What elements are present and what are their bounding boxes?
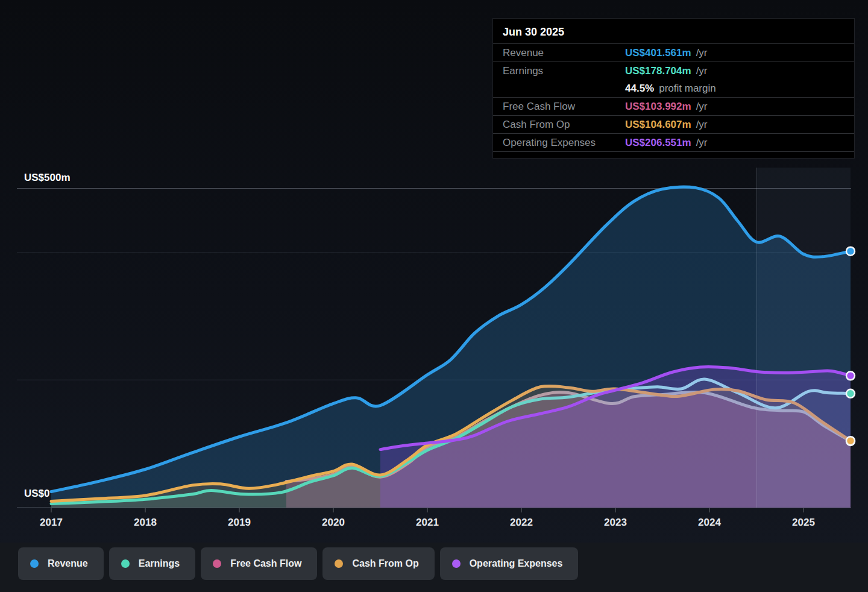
endpoint-marker-earnings [846,389,855,398]
tooltip-row-profit-margin: 44.5% profit margin [493,80,854,97]
tooltip-row-operating-expenses: Operating Expenses US$206.551m /yr [493,133,854,152]
legend-item-free-cash-flow[interactable]: Free Cash Flow [201,547,317,580]
legend-label-cash-from-op: Cash From Op [352,558,418,569]
tooltip-value-opex: US$206.551m [625,137,691,149]
x-tick-label-2020: 2020 [322,517,345,528]
tooltip-value-cashop: US$104.607m [625,119,691,131]
x-tick-label-2022: 2022 [510,517,533,528]
legend-item-cash-from-op[interactable]: Cash From Op [322,547,434,580]
legend-dot-cash-from-op-icon [335,559,343,568]
tooltip-text-margin: profit margin [659,83,715,95]
y-axis-label-zero: US$0 [24,488,50,499]
tooltip-suffix-cashop: /yr [696,119,708,131]
y-axis-label-top: US$500m [24,172,71,183]
page: 201720182019202020212022202320242025US$5… [0,0,868,592]
tooltip-label-earnings: Earnings [503,65,625,77]
tooltip-suffix-opex: /yr [696,137,708,149]
x-tick-label-2023: 2023 [604,517,627,528]
tooltip-value-revenue: US$401.561m [625,47,691,59]
x-tick-label-2019: 2019 [228,517,251,528]
tooltip-date: Jun 30 2025 [493,19,854,43]
tooltip-value-fcf: US$103.992m [625,101,691,113]
tooltip-label-opex: Operating Expenses [503,137,625,149]
chart-tooltip: Jun 30 2025 Revenue US$401.561m /yr Earn… [492,18,855,159]
x-tick-label-2018: 2018 [134,517,157,528]
tooltip-value-margin: 44.5% [625,83,654,95]
endpoint-marker-cash-from-op [846,436,855,445]
tooltip-value-earnings: US$178.704m [625,65,691,77]
endpoint-marker-revenue [846,247,855,256]
tooltip-label-fcf: Free Cash Flow [503,101,625,113]
legend-dot-operating-expenses-icon [452,559,461,568]
tooltip-suffix-revenue: /yr [696,47,708,59]
legend-item-operating-expenses[interactable]: Operating Expenses [440,547,579,580]
tooltip-suffix-earnings: /yr [696,65,708,77]
tooltip-row-revenue: Revenue US$401.561m /yr [493,43,854,61]
legend-dot-free-cash-flow-icon [213,559,221,568]
tooltip-row-free-cash-flow: Free Cash Flow US$103.992m /yr [493,97,854,115]
legend-label-operating-expenses: Operating Expenses [470,558,563,569]
recent-period-band [756,168,851,508]
tooltip-label-revenue: Revenue [503,47,625,59]
tooltip-row-cash-from-op: Cash From Op US$104.607m /yr [493,115,854,133]
x-tick-label-2025: 2025 [792,517,815,528]
legend-label-earnings: Earnings [139,558,180,569]
tooltip-label-cashop: Cash From Op [503,119,625,131]
legend-label-free-cash-flow: Free Cash Flow [230,558,301,569]
x-tick-label-2017: 2017 [40,517,63,528]
legend-dot-revenue-icon [30,559,39,568]
legend-item-earnings[interactable]: Earnings [109,547,195,580]
endpoint-marker-operating-expenses [846,371,855,380]
legend-item-revenue[interactable]: Revenue [18,547,104,580]
tooltip-row-earnings: Earnings US$178.704m /yr [493,61,854,80]
legend-dot-earnings-icon [121,559,130,568]
legend-label-revenue: Revenue [48,558,88,569]
tooltip-suffix-fcf: /yr [696,101,708,113]
chart-legend: Revenue Earnings Free Cash Flow Cash Fro… [18,547,578,580]
x-tick-label-2021: 2021 [416,517,439,528]
x-tick-label-2024: 2024 [698,517,721,528]
